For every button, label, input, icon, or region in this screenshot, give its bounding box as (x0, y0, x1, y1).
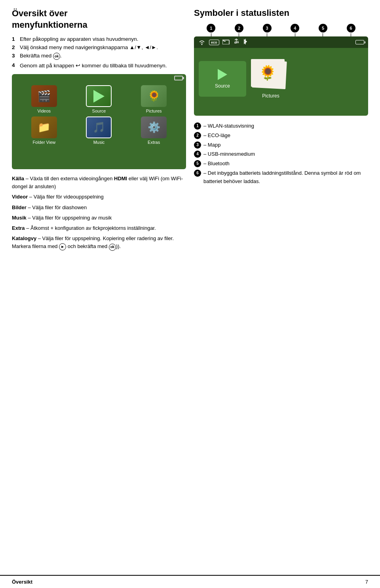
source-arrow-icon (218, 69, 227, 80)
description-text: Källa – Växla till den externa videoingå… (12, 175, 186, 251)
left-title: Översikt över menyfunktionerna (12, 8, 186, 31)
desc-katalogvy: Katalogvy – Välja filer för uppspelning.… (12, 235, 186, 251)
folderview-label: Folder View (32, 140, 55, 145)
step-num: 4 (12, 62, 17, 68)
status-text-5: – Bluetooth (203, 160, 230, 168)
menu-item-pictures: Pictures (128, 85, 180, 113)
connector-5 (323, 33, 323, 36)
pictures-icon (141, 85, 167, 107)
menu-screenshot: Videos Source Pictures Folder V (12, 74, 186, 169)
left-column: Översikt över menyfunktionerna 1 Efter p… (12, 8, 186, 567)
connector-6 (351, 33, 351, 36)
status-screenshot-wrapper: 1 2 3 4 5 6 (194, 24, 368, 116)
bilder-bold: Bilder (12, 204, 27, 210)
desc-videor: Videor – Välja filer för videouppspelnin… (12, 193, 186, 201)
num-badge-6: 6 (347, 24, 355, 32)
photo-front: 🌻 (251, 59, 285, 87)
ok-icon-2: ok (109, 244, 116, 251)
play-icon: ► (59, 243, 66, 250)
num-badge-4: 4 (291, 24, 299, 32)
musik-bold: Musik (12, 215, 27, 221)
page-footer: Översikt 7 (0, 575, 380, 588)
svg-point-0 (201, 44, 203, 45)
folderview-icon (31, 116, 57, 138)
extras-label: Extras (148, 140, 160, 145)
katalogvy-bold: Katalogvy (12, 235, 36, 241)
svg-rect-5 (235, 42, 236, 43)
source-block: Source (199, 61, 246, 97)
connector-3 (267, 33, 267, 36)
num-circles-row: 1 2 3 4 5 6 (194, 24, 368, 32)
step-num: 1 (12, 36, 17, 42)
intro-list: 1 Efter påkoppling av apparaten visas hu… (12, 36, 186, 69)
status-item-4: 4 – USB-minnesmedium (194, 150, 368, 158)
connector-2 (239, 33, 239, 36)
page-container: Översikt över menyfunktionerna 1 Efter p… (0, 0, 380, 588)
status-item-3: 3 – Mapp (194, 141, 368, 149)
extras-icon (141, 116, 167, 138)
eco-badge: eco (209, 40, 219, 45)
folder-status-icon (222, 39, 230, 46)
status-bar: eco (194, 36, 368, 48)
num-badge-1: 1 (207, 24, 215, 32)
right-title: Symboler i statuslisten (194, 8, 368, 18)
list-item: 2 Välj önskad meny med navigeringsknappa… (12, 44, 186, 50)
main-content: Översikt över menyfunktionerna 1 Efter p… (0, 0, 380, 575)
bullet-5: 5 (194, 160, 201, 167)
step-num: 2 (12, 44, 17, 50)
pictures-label: Pictures (146, 109, 162, 113)
step-text: Välj önskad meny med navigeringsknapparn… (20, 44, 158, 50)
menu-item-folderview: Folder View (18, 116, 70, 145)
status-screenshot: eco (194, 36, 368, 116)
battery-icon (174, 76, 183, 80)
menu-grid: Videos Source Pictures Folder V (12, 82, 186, 148)
status-item-2: 2 – ECO-läge (194, 132, 368, 140)
extra-bold: Extra (12, 225, 25, 231)
list-item: 1 Efter påkoppling av apparaten visas hu… (12, 36, 186, 42)
music-icon (86, 116, 112, 138)
desc-musik: Musik – Välja filer för uppspelning av m… (12, 214, 186, 222)
desc-kalla: Källa – Växla till den externa videoingå… (12, 175, 186, 191)
bullet-6: 6 (194, 170, 201, 177)
list-item: 3 Bekräfta med ok. (12, 53, 186, 60)
menu-item-source: Source (73, 85, 125, 113)
desc-bilder: Bilder – Välja filer för diashowen (12, 204, 186, 212)
source-label: Source (92, 109, 106, 113)
battery-status-icon (355, 40, 364, 44)
step-text: Bekräfta med ok. (20, 53, 62, 60)
pictures-img-label: Pictures (262, 93, 279, 99)
usb-icon (233, 38, 240, 46)
connector-4 (295, 33, 295, 36)
screenshot-lower: Source 🌻 Pictures (194, 48, 368, 109)
status-text-3: – Mapp (203, 141, 220, 149)
status-item-1: 1 – WLAN-statusvisning (194, 122, 368, 130)
footer-label: Översikt (12, 579, 32, 585)
arrow-icon (93, 90, 104, 103)
step-text: Efter påkoppling av apparaten visas huvu… (20, 36, 138, 42)
num-badge-5: 5 (319, 24, 327, 32)
num-badge-3: 3 (263, 24, 272, 32)
music-label: Music (93, 140, 105, 145)
videos-label: Videos (38, 109, 51, 113)
wifi-status-icon (198, 39, 206, 46)
pictures-block: 🌻 Pictures (251, 59, 291, 99)
svg-point-7 (237, 42, 238, 43)
step-num: 3 (12, 53, 17, 59)
bluetooth-icon (243, 38, 248, 46)
desc-extra: Extra – Åtkomst + konfiguration av fickp… (12, 224, 186, 232)
videos-icon (31, 85, 57, 107)
status-item-5: 5 – Bluetooth (194, 160, 368, 168)
bullet-1: 1 (194, 122, 201, 130)
right-column: Symboler i statuslisten 1 2 3 4 5 6 (194, 8, 368, 567)
menu-item-music: Music (73, 116, 125, 145)
bullet-4: 4 (194, 151, 201, 158)
status-text-1: – WLAN-statusvisning (203, 122, 254, 130)
videor-bold: Videor (12, 194, 28, 200)
list-item: 4 Genom att på knappen ↩ kommer du tillb… (12, 62, 186, 69)
menu-item-extras: Extras (128, 116, 180, 145)
source-img-label: Source (215, 83, 230, 89)
photo-stack: 🌻 (251, 59, 291, 91)
status-text-6: – Det inbyggda batteriets laddningstills… (203, 169, 368, 186)
ok-icon: ok (53, 53, 60, 60)
connector-container (194, 33, 368, 36)
